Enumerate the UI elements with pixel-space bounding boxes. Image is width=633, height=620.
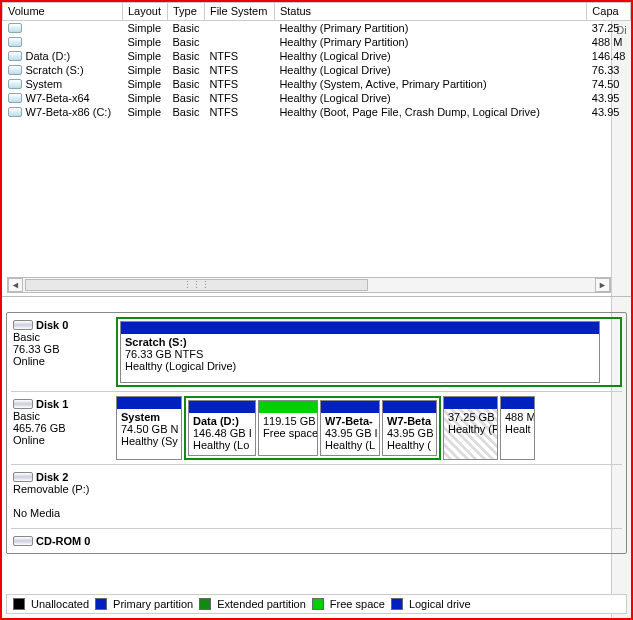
volume-name: Scratch (S:) [26,64,84,76]
partition-name: System [121,411,177,423]
volume-fs: NTFS [204,63,274,77]
partition-body: W7-Beta43.95 GBHealthy ( [383,413,436,455]
scrollbar-track[interactable]: ⋮⋮⋮ [23,278,595,292]
col-status[interactable]: Status [274,3,586,21]
partition-name: W7-Beta [387,415,432,427]
partition-name: Data (D:) [193,415,251,427]
partition-body: 488 MHealt [501,409,534,459]
partition-line: Healthy (P [448,423,497,435]
disk-info: Disk 2 Removable (P:) No Media [11,469,116,524]
table-row[interactable]: Scratch (S:)SimpleBasicNTFSHealthy (Logi… [3,63,631,77]
partition-line: 146.48 GB I [193,427,252,439]
volume-layout: Simple [123,105,168,119]
volume-layout: Simple [123,77,168,91]
volume-fs: NTFS [204,49,274,63]
disk-row: Disk 0 Basic 76.33 GB Online Scratch (S:… [11,317,622,387]
partition-header [259,401,317,413]
partition-name: W7-Beta- [325,415,375,427]
partition-line: Healthy (L [325,439,375,451]
disk-bustype: Basic [13,410,112,422]
volume-type: Basic [168,21,205,36]
partition-line: 119.15 GB [263,415,316,427]
partition-header [444,397,497,409]
partition[interactable]: Data (D:)146.48 GB IHealthy (Lo [188,400,256,456]
partition-line: Free space [263,427,317,439]
horizontal-scrollbar[interactable]: ◄ ⋮⋮⋮ ► [7,277,611,293]
table-row[interactable]: Data (D:)SimpleBasicNTFSHealthy (Logical… [3,49,631,63]
partition-line: Healthy (Sy [121,435,178,447]
disk-icon [13,320,33,330]
disk-graphical-pane: Disk 0 Basic 76.33 GB Online Scratch (S:… [6,312,627,554]
partition[interactable]: 119.15 GBFree space [258,400,318,456]
scrollbar-thumb[interactable]: ⋮⋮⋮ [25,279,368,291]
partition[interactable]: Scratch (S:)76.33 GB NTFSHealthy (Logica… [120,321,600,383]
disk-row: Disk 1 Basic 465.76 GB Online System74.5… [11,391,622,460]
scrollbar-right-arrow-icon[interactable]: ► [595,278,610,292]
partition-header [321,401,379,413]
volume-icon [8,51,22,61]
volume-type: Basic [168,35,205,49]
col-type[interactable]: Type [168,3,205,21]
volume-capacity: 488 M [587,35,631,49]
volume-layout: Simple [123,63,168,77]
col-volume[interactable]: Volume [3,3,123,21]
partition-group: 37.25 GBHealthy (P488 MHealt [443,396,535,460]
partition-body: Scratch (S:)76.33 GB NTFSHealthy (Logica… [121,334,599,382]
disk-row: CD-ROM 0 [11,528,622,549]
disk-state: Online [13,434,112,446]
volume-fs: NTFS [204,77,274,91]
partition[interactable]: System74.50 GB NHealthy (Sy [116,396,182,460]
legend-label: Unallocated [31,598,89,610]
legend-swatch-unallocated [13,598,25,610]
table-row[interactable]: W7-Beta-x64SimpleBasicNTFSHealthy (Logic… [3,91,631,105]
partition-line: 43.95 GB I [325,427,378,439]
volume-table: Volume Layout Type File System Status Ca… [2,2,631,119]
volume-type: Basic [168,77,205,91]
disk-icon [13,399,33,409]
volume-capacity: 43.95 [587,105,631,119]
volume-status: Healthy (Logical Drive) [274,91,586,105]
partition[interactable]: 488 MHealt [500,396,535,460]
disk-state: Online [13,355,112,367]
table-row[interactable]: SimpleBasicHealthy (Primary Partition)37… [3,21,631,36]
partition-body: 37.25 GBHealthy (P [444,409,497,459]
partition-body: 119.15 GBFree space [259,413,317,455]
disk-map: Scratch (S:)76.33 GB NTFSHealthy (Logica… [116,317,622,387]
disk-map: System74.50 GB NHealthy (Sy Data (D:)146… [116,396,622,460]
disk-title: CD-ROM 0 [36,535,90,547]
volume-status: Healthy (Primary Partition) [274,35,586,49]
col-layout[interactable]: Layout [123,3,168,21]
col-capacity[interactable]: Capa [587,3,631,21]
table-row[interactable]: SimpleBasicHealthy (Primary Partition)48… [3,35,631,49]
partition[interactable]: W7-Beta43.95 GBHealthy ( [382,400,437,456]
legend-swatch-extended [199,598,211,610]
disk-info: Disk 1 Basic 465.76 GB Online [11,396,116,460]
volume-status: Healthy (Logical Drive) [274,49,586,63]
table-row[interactable]: SystemSimpleBasicNTFSHealthy (System, Ac… [3,77,631,91]
volume-icon [8,79,22,89]
disk-row: Disk 2 Removable (P:) No Media [11,464,622,524]
legend-swatch-logical [391,598,403,610]
partition[interactable]: W7-Beta-43.95 GB IHealthy (L [320,400,380,456]
volume-capacity: 74.50 [587,77,631,91]
partition-body: W7-Beta-43.95 GB IHealthy (L [321,413,379,455]
partition[interactable]: 37.25 GBHealthy (P [443,396,498,460]
partition-line: 76.33 GB NTFS [125,348,203,360]
col-filesystem[interactable]: File System [204,3,274,21]
legend-label: Logical drive [409,598,471,610]
volume-type: Basic [168,63,205,77]
volume-icon [8,93,22,103]
disk-bustype: Removable (P:) [13,483,112,495]
scrollbar-left-arrow-icon[interactable]: ◄ [8,278,23,292]
partition-line: 488 M [505,411,534,423]
volume-layout: Simple [123,35,168,49]
partition-header [383,401,436,413]
volume-fs [204,21,274,36]
legend-swatch-free [312,598,324,610]
legend-swatch-primary [95,598,107,610]
disk-nomedia: No Media [13,507,112,519]
disk-title: Disk 0 [36,319,68,331]
volume-fs [204,35,274,49]
volume-type: Basic [168,91,205,105]
table-row[interactable]: W7-Beta-x86 (C:)SimpleBasicNTFSHealthy (… [3,105,631,119]
